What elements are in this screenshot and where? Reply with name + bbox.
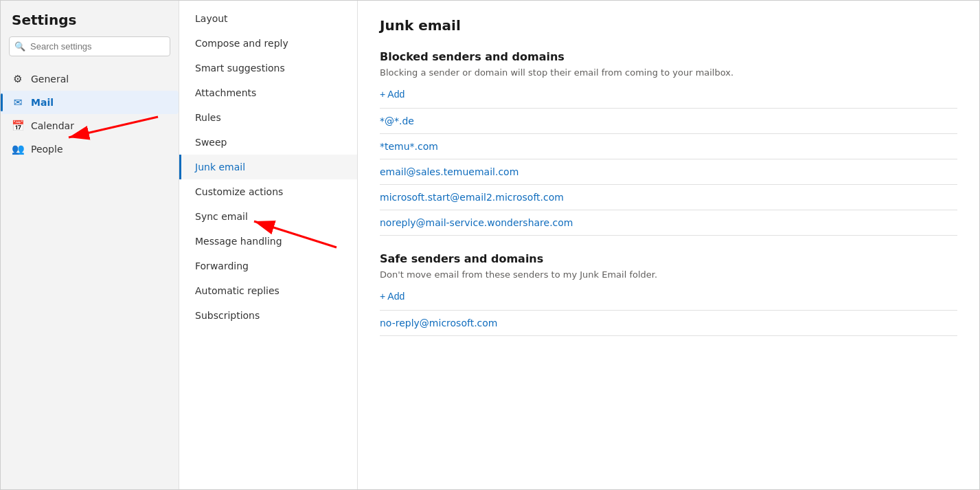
blocked-email-list: *@*.de*temu*.comemail@sales.temuemail.co…	[380, 108, 957, 236]
middle-item-smart[interactable]: Smart suggestions	[179, 56, 357, 80]
blocked-email-item: *@*.de	[380, 109, 957, 134]
safe-email-list: no-reply@microsoft.com	[380, 310, 957, 336]
safe-email-item: no-reply@microsoft.com	[380, 311, 957, 336]
middle-item-sweep[interactable]: Sweep	[179, 130, 357, 155]
sidebar-item-label: General	[31, 74, 69, 85]
main-content: Junk email Blocked senders and domains B…	[358, 1, 979, 489]
general-icon: ⚙	[12, 73, 24, 85]
mail-icon: ✉	[12, 96, 24, 109]
middle-item-layout[interactable]: Layout	[179, 6, 357, 31]
middle-item-sync[interactable]: Sync email	[179, 204, 357, 229]
blocked-email-item: email@sales.temuemail.com	[380, 159, 957, 185]
safe-add-button[interactable]: + Add	[380, 288, 404, 304]
middle-item-customize[interactable]: Customize actions	[179, 179, 357, 204]
sidebar-title: Settings	[1, 12, 179, 36]
calendar-icon: 📅	[12, 120, 24, 132]
sidebar-item-label: People	[31, 144, 63, 155]
blocked-section-desc: Blocking a sender or domain will stop th…	[380, 67, 957, 78]
blocked-email-item: noreply@mail-service.wondershare.com	[380, 210, 957, 236]
sidebar-item-calendar[interactable]: 📅 Calendar	[1, 114, 179, 137]
blocked-email-item: *temu*.com	[380, 134, 957, 159]
middle-nav: LayoutCompose and replySmart suggestions…	[179, 6, 357, 328]
blocked-section-title: Blocked senders and domains	[380, 50, 957, 63]
search-settings-input[interactable]	[9, 36, 170, 56]
sidebar-item-people[interactable]: 👥 People	[1, 137, 179, 161]
safe-section-desc: Don't move email from these senders to m…	[380, 269, 957, 280]
sidebar-item-mail[interactable]: ✉ Mail	[1, 91, 179, 114]
sidebar-item-label: Calendar	[31, 120, 74, 131]
sidebar-item-general[interactable]: ⚙ General	[1, 67, 179, 91]
search-box[interactable]: 🔍	[9, 36, 170, 56]
middle-column: LayoutCompose and replySmart suggestions…	[179, 1, 358, 489]
middle-item-subscriptions[interactable]: Subscriptions	[179, 303, 357, 328]
people-icon: 👥	[12, 143, 24, 155]
middle-item-compose[interactable]: Compose and reply	[179, 31, 357, 56]
sidebar: Settings 🔍 ⚙ General ✉ Mail 📅 Calendar 👥…	[1, 1, 179, 489]
sidebar-nav: ⚙ General ✉ Mail 📅 Calendar 👥 People	[1, 67, 179, 161]
page-title: Junk email	[380, 17, 957, 34]
safe-section-title: Safe senders and domains	[380, 252, 957, 265]
sidebar-item-label: Mail	[31, 97, 54, 108]
safe-section: Safe senders and domains Don't move emai…	[380, 252, 957, 336]
middle-item-junk[interactable]: Junk email	[179, 155, 357, 179]
middle-item-message[interactable]: Message handling	[179, 229, 357, 254]
blocked-add-button[interactable]: + Add	[380, 86, 404, 102]
blocked-section: Blocked senders and domains Blocking a s…	[380, 50, 957, 236]
middle-item-rules[interactable]: Rules	[179, 105, 357, 130]
search-icon: 🔍	[14, 41, 25, 52]
middle-item-auto[interactable]: Automatic replies	[179, 278, 357, 303]
middle-item-forwarding[interactable]: Forwarding	[179, 254, 357, 278]
middle-item-attachments[interactable]: Attachments	[179, 80, 357, 105]
blocked-email-item: microsoft.start@email2.microsoft.com	[380, 185, 957, 210]
